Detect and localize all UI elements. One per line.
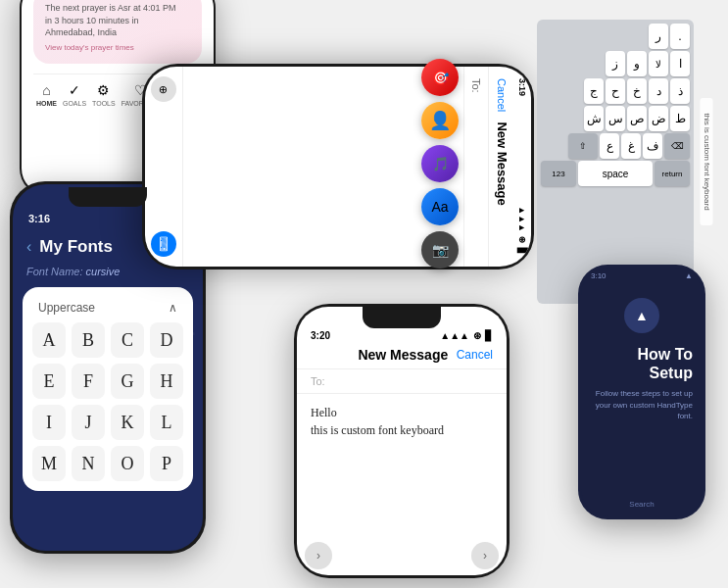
message-header: New Message Cancel xyxy=(297,341,507,369)
app-icon-purple[interactable]: 🎵 xyxy=(421,145,459,182)
new-message-title: New Message xyxy=(358,347,448,363)
status-bar: 3:10 ▲ xyxy=(581,268,703,284)
kb-key[interactable]: ض xyxy=(649,106,668,131)
cancel-button[interactable]: Cancel xyxy=(497,78,509,112)
compose-toolbar: ⊕ ⌨ xyxy=(145,67,183,267)
to-label: To: xyxy=(470,78,482,93)
letter-F[interactable]: F xyxy=(72,364,105,399)
landscape-status-bar: 3:19 ▲▲▲ ⊛ ▊ xyxy=(515,67,531,267)
kb-key[interactable]: و xyxy=(627,51,647,76)
kb-key[interactable]: ج xyxy=(584,78,604,104)
up-icon: ▲ xyxy=(635,308,649,323)
to-field[interactable]: To: xyxy=(463,67,488,267)
kb-key[interactable]: غ xyxy=(621,133,641,159)
kb-space[interactable]: space xyxy=(578,161,653,186)
kb-key[interactable]: خ xyxy=(627,78,647,104)
prayer-subtext: in 3 hours 10 minutes in Ahmedabad, Indi… xyxy=(45,15,190,39)
phone-notch xyxy=(363,307,441,328)
battery-icon: ▊ xyxy=(485,330,493,341)
letter-J[interactable]: J xyxy=(72,405,105,440)
letter-M[interactable]: M xyxy=(32,446,66,481)
kb-key[interactable]: ع xyxy=(600,133,619,159)
back-button[interactable]: ‹ xyxy=(26,238,31,256)
kb-delete[interactable]: ⌫ xyxy=(664,133,690,159)
phone-messages-app: 3:20 ▲▲▲ ⊛ ▊ New Message Cancel To: Hell… xyxy=(294,304,510,578)
signal-icon: ▲▲▲ xyxy=(440,330,469,341)
cancel-button[interactable]: Cancel xyxy=(457,348,493,362)
compose-toolbar: › › xyxy=(305,542,499,569)
signal-icon: ▲▲▲ xyxy=(517,206,527,232)
search-label: Search xyxy=(629,500,654,509)
kb-return[interactable]: return xyxy=(655,161,690,186)
nav-home[interactable]: ⌂ HOME xyxy=(36,82,57,107)
letter-H[interactable]: H xyxy=(150,364,183,399)
message-line-1: Hello xyxy=(311,404,493,421)
kb-row-6: 123 space return xyxy=(541,161,690,186)
prayer-link[interactable]: View today's prayer times xyxy=(45,43,190,52)
new-message-title: New Message xyxy=(495,122,510,205)
expand-button[interactable]: › xyxy=(305,542,332,569)
send-button[interactable]: › xyxy=(471,542,499,569)
kb-numbers[interactable]: 123 xyxy=(541,161,576,186)
app-icon-camera[interactable]: 📷 xyxy=(421,231,459,269)
app-icon-red[interactable]: 🎯 xyxy=(421,59,459,96)
nav-goals[interactable]: ✓ GOALS xyxy=(63,82,86,107)
kb-key[interactable]: ذ xyxy=(670,78,690,104)
phone-landscape: 3:19 ▲▲▲ ⊛ ▊ Cancel New Message To: xyxy=(142,64,534,270)
kb-key[interactable]: ش xyxy=(584,106,604,131)
kb-key[interactable]: ف xyxy=(643,133,662,159)
kb-row-1: ر . xyxy=(541,24,690,49)
message-body[interactable]: Hello this is custom font keyboard xyxy=(297,394,507,449)
letter-G[interactable]: G xyxy=(111,364,144,399)
kb-key[interactable]: ز xyxy=(606,51,625,76)
kb-key[interactable]: ر xyxy=(649,24,668,49)
attach-button[interactable]: ⊕ xyxy=(151,76,176,102)
nav-home-label: HOME xyxy=(36,100,57,107)
letter-K[interactable]: K xyxy=(111,405,144,440)
kb-key[interactable]: ط xyxy=(670,106,690,131)
goals-icon: ✓ xyxy=(69,82,80,98)
status-icons: ▲▲▲ ⊛ ▊ xyxy=(440,330,493,341)
kb-key[interactable]: ح xyxy=(606,78,625,104)
tools-icon: ⚙ xyxy=(97,82,110,98)
app-icon-avatar1[interactable]: 👤 xyxy=(421,102,459,139)
kb-key[interactable]: د xyxy=(649,78,668,104)
search-bar[interactable]: Search xyxy=(581,500,703,509)
signal-icon: ▲ xyxy=(685,271,693,280)
to-field[interactable]: To: xyxy=(297,369,507,394)
message-line-2: this is custom font keyboard xyxy=(311,421,493,439)
time: 3:10 xyxy=(591,271,607,280)
phone-setup-watch: 3:10 ▲ ▲ How To Setup Follow these steps… xyxy=(578,265,705,519)
letter-B[interactable]: B xyxy=(72,322,105,358)
keyboard-button[interactable]: ⌨ xyxy=(151,231,176,257)
kb-key[interactable]: ا xyxy=(670,51,690,76)
kb-key[interactable]: لا xyxy=(649,51,668,76)
letter-N[interactable]: N xyxy=(72,446,105,481)
letter-L[interactable]: L xyxy=(150,405,183,440)
kb-key[interactable]: . xyxy=(670,24,690,49)
nav-button[interactable]: ▲ xyxy=(624,298,659,333)
kb-shift[interactable]: ⇧ xyxy=(568,133,598,159)
letter-I[interactable]: I xyxy=(32,405,66,440)
section-label: Uppercase xyxy=(38,301,95,315)
home-icon: ⌂ xyxy=(42,82,50,98)
how-to-setup-title: How To Setup xyxy=(581,339,703,388)
nav-tools[interactable]: ⚙ TOOLS xyxy=(92,82,116,107)
kb-key[interactable]: ص xyxy=(627,106,647,131)
phone-notch xyxy=(69,187,147,207)
custom-keyboard: ر . ز و لا ا ج ح خ د ذ ش س ص ض ط ⇧ ع غ ف… xyxy=(537,20,694,304)
letter-P[interactable]: P xyxy=(150,446,183,481)
time: 3:16 xyxy=(28,213,50,224)
kb-key[interactable]: س xyxy=(606,106,625,131)
letter-E[interactable]: E xyxy=(32,364,66,399)
time: 3:20 xyxy=(311,330,330,341)
status-bar: 3:20 ▲▲▲ ⊛ ▊ xyxy=(297,328,507,341)
keyboard-label: this is custom font keyboard xyxy=(701,98,713,225)
nav-tools-label: TOOLS xyxy=(92,100,116,107)
app-icon-blue[interactable]: Aa xyxy=(421,188,459,225)
letter-O[interactable]: O xyxy=(111,446,144,481)
letter-A[interactable]: A xyxy=(32,322,66,358)
app-icons-column: 🎯 👤 🎵 Aa 📷 xyxy=(421,59,459,269)
kb-row-5: ⇧ ع غ ف ⌫ xyxy=(541,133,690,159)
kb-row-2: ز و لا ا xyxy=(541,51,690,76)
